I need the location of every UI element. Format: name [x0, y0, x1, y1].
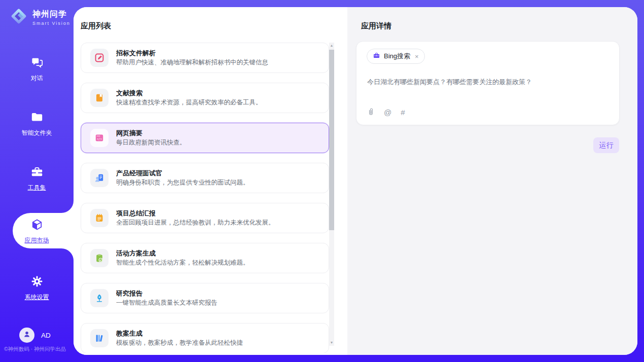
user-initials: AD [41, 332, 51, 339]
app-card-lesson-plan[interactable]: 教案生成 模板驱动，教案秒成，教学准备从此轻松快捷 [81, 323, 329, 353]
bid-doc-icon [90, 49, 109, 67]
app-card-title: 网页摘要 [116, 129, 186, 137]
svg-text:</>: </> [97, 137, 102, 140]
app-list-panel: 应用列表 招标文件解析 帮助用户快速、准确地理解和解析招标书中的关键信息 [74, 7, 347, 355]
diamond-logo-icon [9, 7, 28, 28]
sidebar-item-label: 智能文件夹 [22, 129, 52, 137]
note-icon [90, 209, 109, 227]
app-list-title: 应用列表 [81, 21, 111, 31]
app-card-description: 模板驱动，教案秒成，教学准备从此轻松快捷 [116, 339, 243, 347]
prompt-input[interactable]: 今日湖北有哪些新闻要点？有哪些需要关注的最新政策？ [367, 77, 609, 87]
clipboard-icon [90, 249, 109, 267]
at-icon[interactable]: @ [384, 108, 391, 117]
plugin-chip-bing-search[interactable]: Bing搜索 × [367, 49, 425, 64]
sidebar-item-app-market[interactable]: 应用市场 [0, 218, 74, 245]
report-icon [90, 289, 109, 307]
gear-icon [30, 275, 44, 290]
app-card-title: 项目总结汇报 [116, 209, 275, 218]
sidebar-item-label: 系统设置 [25, 293, 49, 302]
app-card-description: 一键智能生成高质量长文本研究报告 [116, 299, 218, 307]
app-card-title: 研究报告 [116, 289, 218, 298]
app-card-literature-search[interactable]: 文献搜索 快速精准查找学术资源，提高研究效率的必备工具。 [81, 83, 329, 113]
app-card-description: 快速精准查找学术资源，提高研究效率的必备工具。 [116, 98, 262, 107]
sidebar-item-toolset[interactable]: 工具集 [0, 165, 74, 192]
app-card-list: 招标文件解析 帮助用户快速、准确地理解和解析招标书中的关键信息 文献搜索 快速精… [81, 43, 329, 353]
app-card-description: 明确身份和职责，为您提供专业性的面试问题。 [116, 178, 249, 187]
webpage-icon: </> [90, 129, 109, 147]
toolbox-icon [30, 165, 44, 180]
app-card-web-summary[interactable]: </> 网页摘要 每日政府新闻资讯快查。 [81, 123, 329, 153]
sidebar-item-label: 对话 [31, 74, 43, 83]
chat-icon [30, 56, 44, 71]
app-card-title: 招标文件解析 [116, 49, 268, 57]
app-card-title: 教案生成 [116, 329, 243, 338]
app-card-project-summary[interactable]: 项目总结汇报 全面回顾项目进展，总结经验教训，助力未来优化发展。 [81, 203, 329, 233]
briefcase-icon [373, 52, 380, 61]
books-icon [90, 329, 109, 347]
app-card-event-plan[interactable]: 活动方案生成 智能生成个性化活动方案，轻松解决规划难题。 [81, 243, 329, 273]
user-badge[interactable]: AD [19, 328, 51, 343]
brand-subtitle: Smart Vision [32, 21, 70, 26]
brand-logo: 神州问学 Smart Vision [9, 7, 70, 28]
sidebar-item-chat[interactable]: 对话 [0, 56, 74, 83]
app-detail-panel: 应用详情 Bing搜索 × 今日湖北有哪些新闻要点？有哪些需要关注的最新政策？ [347, 7, 637, 355]
book-icon [90, 89, 109, 107]
app-card-description: 每日政府新闻资讯快查。 [116, 138, 186, 147]
pill-top-curve [61, 201, 74, 213]
scroll-down-icon[interactable]: ▼ [329, 340, 334, 346]
app-card-title: 活动方案生成 [116, 249, 249, 258]
sidebar-item-smart-folder[interactable]: 智能文件夹 [0, 111, 74, 137]
folder-icon [30, 111, 44, 126]
pill-bottom-curve [61, 248, 74, 261]
scrollbar-thumb[interactable] [329, 50, 334, 230]
app-card-title: 产品经理面试官 [116, 169, 249, 177]
app-card-description: 智能生成个性化活动方案，轻松解决规划难题。 [116, 259, 249, 267]
brand-name: 神州问学 [32, 9, 70, 20]
hash-icon[interactable]: # [401, 108, 405, 117]
cube-icon [30, 218, 44, 233]
app-card-description: 帮助用户快速、准确地理解和解析招标书中的关键信息 [116, 58, 268, 67]
sidebar-item-label: 应用市场 [25, 236, 49, 245]
sidebar: 神州问学 Smart Vision 对话 智能文件夹 [0, 0, 74, 362]
app-detail-title: 应用详情 [361, 21, 391, 31]
sidebar-item-label: 工具集 [28, 184, 46, 192]
chip-close-icon[interactable]: × [415, 53, 419, 60]
app-card-research-report[interactable]: 研究报告 一键智能生成高质量长文本研究报告 [81, 283, 329, 313]
paperclip-icon[interactable] [367, 107, 375, 118]
prompt-card: Bing搜索 × 今日湖北有哪些新闻要点？有哪些需要关注的最新政策？ @ # [356, 41, 620, 125]
app-card-bid-parse[interactable]: 招标文件解析 帮助用户快速、准确地理解和解析招标书中的关键信息 [81, 43, 329, 73]
plugin-chip-label: Bing搜索 [384, 52, 410, 61]
interviewer-icon [90, 169, 109, 187]
main-content: 应用列表 招标文件解析 帮助用户快速、准确地理解和解析招标书中的关键信息 [74, 7, 637, 355]
app-card-title: 文献搜索 [116, 89, 262, 97]
run-button[interactable]: 运行 [593, 137, 619, 153]
app-card-description: 全面回顾项目进展，总结经验教训，助力未来优化发展。 [116, 219, 275, 227]
prompt-toolbar: @ # [367, 107, 405, 118]
sidebar-footer: ©神州数码 · 神州问学出品 [4, 346, 66, 353]
scroll-up-icon[interactable]: ▲ [329, 43, 334, 49]
app-list-scrollbar[interactable]: ▲ ▼ [329, 43, 334, 346]
person-icon [22, 330, 31, 341]
sidebar-item-settings[interactable]: 系统设置 [0, 275, 74, 302]
app-card-pm-interviewer[interactable]: 产品经理面试官 明确身份和职责，为您提供专业性的面试问题。 [81, 163, 329, 193]
avatar [19, 328, 34, 343]
